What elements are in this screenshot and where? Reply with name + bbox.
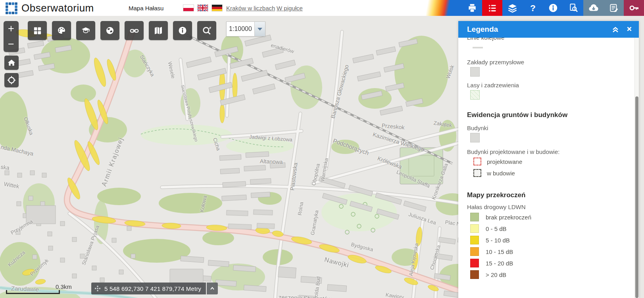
legend-item-partial: Linie kolejowe — [467, 38, 634, 41]
folded-map-icon — [153, 25, 163, 36]
noise-swatch — [470, 270, 479, 279]
print-button[interactable] — [462, 0, 482, 16]
budynki-swatch — [470, 133, 480, 142]
page-title: Mapa Hałasu — [129, 5, 163, 12]
printer-icon — [467, 3, 477, 13]
obserwatorium-logo — [6, 2, 17, 14]
key-icon — [629, 2, 640, 13]
notes-edit-icon — [609, 3, 619, 13]
map-search-button[interactable] — [197, 21, 216, 40]
share-link-button[interactable] — [125, 21, 144, 40]
link-icon — [129, 25, 140, 36]
top-bar: Obserwatorium Mapa Hałasu Kraków w liczb… — [0, 0, 644, 16]
basemap-grid-button[interactable] — [28, 21, 47, 40]
legend-section-title: Mapy przekroczeń — [467, 191, 634, 199]
document-search-icon — [568, 3, 579, 13]
legend-row: w budowie — [467, 169, 634, 177]
lasy-swatch — [470, 90, 480, 100]
palette-button[interactable] — [52, 21, 71, 40]
close-icon[interactable] — [625, 25, 633, 34]
uk-flag[interactable] — [198, 5, 208, 11]
legend-button-active[interactable] — [482, 0, 502, 16]
scale-value: 1:10000 — [227, 22, 254, 36]
legend-item-label: Hałas drogowy LDWN — [467, 204, 634, 210]
layers-button[interactable] — [502, 0, 523, 16]
link-w-pigulce[interactable]: W pigułce — [277, 5, 303, 12]
railway-line-swatch — [473, 47, 483, 48]
coordinates-bar: 5 548 692,730 7 421 879,774 Metry — [91, 283, 206, 294]
germany-flag[interactable] — [212, 5, 222, 11]
legend-header[interactable]: Legenda — [458, 21, 639, 38]
legend-list-icon — [487, 3, 498, 13]
svg-text:?: ? — [530, 3, 536, 13]
scalebar-label: 0.3km — [56, 283, 72, 290]
cloud-download-icon — [588, 2, 599, 13]
help-button[interactable]: ? — [523, 0, 543, 16]
home-button[interactable] — [4, 56, 19, 70]
legend-section-title: Ewidencja gruntów i budynków — [467, 111, 634, 119]
legend-item-label: Zakłady przemysłowe — [467, 59, 634, 65]
legend-item-label: Lasy i zadrzewienia — [467, 82, 634, 88]
layers-icon — [507, 3, 518, 13]
graduation-cap-icon — [81, 25, 91, 36]
identify-search-button[interactable] — [563, 0, 583, 16]
legend-row: brak przekroczeń — [467, 213, 634, 221]
legend-row: > 20 dB — [467, 270, 634, 279]
header-toolbar: ? — [462, 0, 644, 16]
search-icon — [202, 25, 212, 36]
coordinates-widget: 5 548 692,730 7 421 879,774 Metry — [91, 283, 218, 294]
legend-row: 15 - 20 dB — [467, 259, 634, 267]
legend-panel: Legenda Linie kolejowe — [458, 21, 639, 298]
brand[interactable]: Obserwatorium — [6, 2, 94, 14]
map-selector-button[interactable] — [149, 21, 168, 40]
login-key-button[interactable] — [624, 0, 644, 16]
legend-row: 10 - 15 dB — [467, 247, 634, 256]
help-icon: ? — [528, 3, 538, 13]
legend-row: projektowane — [467, 158, 634, 165]
link-krakow-w-liczbach[interactable]: Kraków w liczbach — [226, 5, 275, 12]
collapse-panel-icon[interactable] — [611, 25, 620, 34]
scale-select[interactable]: 1:10000 — [226, 21, 265, 37]
crosshair-icon — [7, 75, 16, 85]
grid-icon — [33, 26, 42, 36]
info-circle-icon — [177, 25, 188, 36]
coordinates-value: 5 548 692,730 7 421 879,774 Metry — [104, 285, 201, 292]
noise-swatch — [470, 213, 479, 221]
scrollbar-thumb[interactable] — [635, 96, 638, 298]
projektowane-swatch — [473, 158, 481, 165]
app-title: Obserwatorium — [21, 2, 94, 14]
zoom-out-button[interactable]: − — [4, 37, 19, 52]
globe-button[interactable] — [100, 21, 119, 40]
palette-icon — [56, 25, 67, 36]
map-info-button[interactable] — [173, 21, 192, 40]
info-icon — [548, 3, 558, 13]
education-button[interactable] — [76, 21, 95, 40]
noise-swatch — [470, 236, 479, 244]
home-icon — [7, 58, 16, 67]
info-button[interactable] — [543, 0, 563, 16]
poland-flag[interactable] — [183, 5, 194, 11]
w-budowie-swatch — [473, 169, 481, 177]
globe-icon — [105, 25, 115, 36]
legend-title: Legenda — [467, 25, 498, 34]
noise-swatch — [470, 224, 479, 233]
download-button[interactable] — [583, 0, 604, 16]
coordinates-collapse-button[interactable] — [207, 283, 218, 294]
legend-scrollbar[interactable] — [634, 38, 639, 298]
zoom-controls: + − — [4, 21, 19, 52]
notes-edit-button[interactable] — [604, 0, 624, 16]
move-crosshair-icon — [94, 285, 101, 292]
map-viewport: enadierów Stańczyka Wesele Stanisława Pr… — [0, 16, 644, 298]
zoom-in-button[interactable]: + — [4, 21, 19, 37]
legend-row: 0 - 5 dB — [467, 224, 634, 233]
zaklady-swatch — [470, 67, 480, 77]
legend-item-label: Budynki — [467, 125, 634, 131]
noise-swatch — [470, 259, 479, 267]
locate-button[interactable] — [4, 73, 19, 87]
legend-row: 5 - 10 dB — [467, 236, 634, 244]
noise-swatch — [470, 247, 479, 256]
scale-dropdown-arrow[interactable] — [254, 22, 265, 36]
scalebar — [6, 290, 60, 294]
chevron-up-icon — [209, 285, 215, 292]
legend-item-label: Budynki projektowane i w budowie: — [467, 148, 634, 155]
